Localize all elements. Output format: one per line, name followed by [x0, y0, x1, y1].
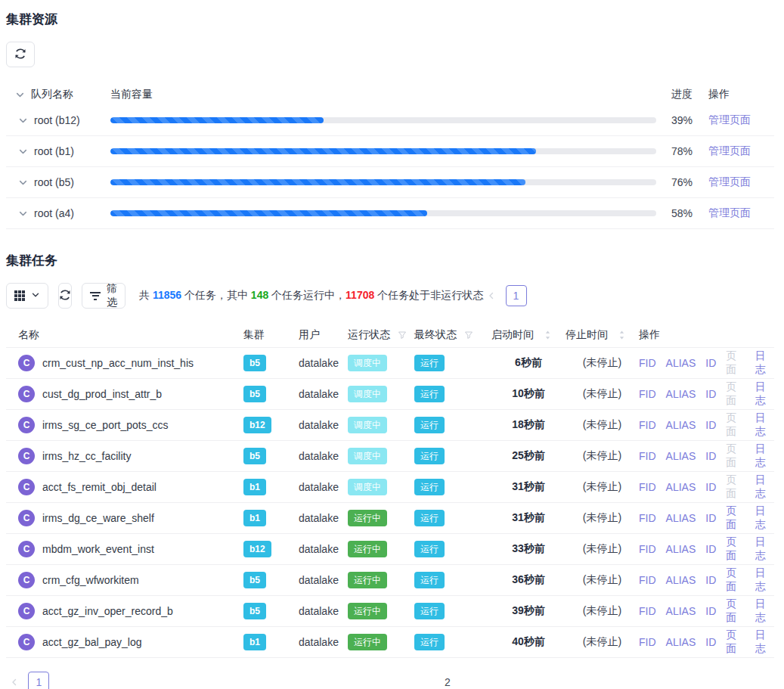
expand-row-chevron-icon[interactable] [18, 178, 28, 188]
resources-title: 集群资源 [6, 11, 774, 28]
layout-menu-button[interactable] [6, 283, 48, 309]
alias-link[interactable]: ALIAS [666, 357, 696, 369]
page-number[interactable]: 1 [28, 672, 49, 689]
id-link[interactable]: ID [705, 574, 716, 586]
log-link[interactable]: 日志 [755, 628, 774, 656]
alias-link[interactable]: ALIAS [666, 481, 696, 493]
page-link[interactable]: 页面 [726, 473, 745, 501]
expand-row-chevron-icon[interactable] [18, 209, 28, 219]
id-link[interactable]: ID [705, 605, 716, 617]
cluster-badge: b1 [243, 510, 266, 526]
capacity-progress-fill [110, 210, 427, 216]
page-link[interactable]: 页面 [726, 628, 745, 656]
filter-icon [90, 292, 101, 300]
filter-button-label: 筛选 [107, 282, 117, 309]
id-link[interactable]: ID [705, 357, 716, 369]
alias-link[interactable]: ALIAS [666, 574, 696, 586]
page-link[interactable]: 页面 [726, 349, 745, 377]
fid-link[interactable]: FID [639, 543, 656, 555]
resources-table-header: 队列名称 当前容量 进度 操作 [6, 84, 774, 105]
task-user: datalake [299, 419, 348, 431]
task-start-time: 25秒前 [491, 449, 566, 463]
tasks-refresh-button[interactable] [58, 283, 72, 309]
task-user: datalake [299, 543, 348, 555]
page-number[interactable]: 2 [533, 285, 784, 306]
page-link[interactable]: 页面 [726, 380, 745, 408]
final-state-badge: 运行 [414, 479, 445, 495]
final-state-badge: 运行 [414, 634, 445, 650]
page-link[interactable]: 页面 [726, 535, 745, 563]
alias-link[interactable]: ALIAS [666, 419, 696, 431]
page-link[interactable]: 页面 [726, 442, 745, 470]
id-link[interactable]: ID [705, 481, 716, 493]
log-link[interactable]: 日志 [755, 473, 774, 501]
page-number[interactable]: 1 [506, 285, 527, 306]
capacity-progress-bar [110, 210, 656, 216]
cluster-badge: b1 [243, 479, 266, 495]
task-stop-time: (未停止) [566, 511, 639, 525]
fid-link[interactable]: FID [639, 357, 656, 369]
fid-link[interactable]: FID [639, 605, 656, 617]
log-link[interactable]: 日志 [755, 442, 774, 470]
page-link[interactable]: 页面 [726, 504, 745, 532]
manage-page-link[interactable]: 管理页面 [708, 113, 751, 126]
prev-page-icon[interactable] [483, 285, 499, 306]
expand-row-chevron-icon[interactable] [18, 116, 28, 126]
alias-link[interactable]: ALIAS [666, 512, 696, 524]
alias-link[interactable]: ALIAS [666, 636, 696, 648]
fid-link[interactable]: FID [639, 450, 656, 462]
expand-row-chevron-icon[interactable] [18, 147, 28, 157]
id-link[interactable]: ID [705, 450, 716, 462]
start-time-sorter-icon[interactable] [544, 330, 551, 340]
cluster-badge: b5 [243, 603, 266, 619]
page: 集群资源 队列名称 当前容量 进度 操作 [0, 0, 784, 689]
page-number[interactable]: 2 [55, 672, 784, 689]
id-link[interactable]: ID [705, 636, 716, 648]
task-stop-time: (未停止) [566, 604, 639, 618]
actions-col-header: 操作 [702, 88, 774, 101]
run-state-filter-icon[interactable] [398, 331, 407, 340]
log-link[interactable]: 日志 [755, 411, 774, 439]
log-link[interactable]: 日志 [755, 504, 774, 532]
stop-time-sorter-icon[interactable] [618, 330, 625, 340]
alias-link[interactable]: ALIAS [666, 605, 696, 617]
summary-part: 个任务运行中， [268, 289, 346, 301]
task-avatar: C [18, 479, 35, 495]
page-link[interactable]: 页面 [726, 411, 745, 439]
grid-icon [14, 290, 25, 301]
alias-link[interactable]: ALIAS [666, 388, 696, 400]
manage-page-link[interactable]: 管理页面 [708, 144, 751, 157]
task-stop-time: (未停止) [566, 542, 639, 556]
run-state-badge: 运行中 [348, 572, 387, 588]
manage-page-link[interactable]: 管理页面 [708, 206, 751, 219]
prev-page-icon[interactable] [6, 672, 22, 689]
fid-link[interactable]: FID [639, 512, 656, 524]
log-link[interactable]: 日志 [755, 349, 774, 377]
log-link[interactable]: 日志 [755, 566, 774, 594]
page-link[interactable]: 页面 [726, 566, 745, 594]
final-state-filter-icon[interactable] [464, 331, 473, 340]
log-link[interactable]: 日志 [755, 535, 774, 563]
id-link[interactable]: ID [705, 419, 716, 431]
fid-link[interactable]: FID [639, 388, 656, 400]
id-link[interactable]: ID [705, 388, 716, 400]
fid-link[interactable]: FID [639, 574, 656, 586]
progress-percent: 39% [665, 114, 702, 126]
alias-link[interactable]: ALIAS [666, 543, 696, 555]
filter-button[interactable]: 筛选 [82, 283, 126, 309]
fid-link[interactable]: FID [639, 419, 656, 431]
task-stop-time: (未停止) [566, 356, 639, 370]
fid-link[interactable]: FID [639, 481, 656, 493]
log-link[interactable]: 日志 [755, 597, 774, 625]
alias-link[interactable]: ALIAS [666, 450, 696, 462]
collapse-all-chevron-icon[interactable] [15, 90, 25, 100]
task-name: irms_dg_ce_ware_shelf [42, 512, 154, 524]
id-link[interactable]: ID [705, 512, 716, 524]
resources-refresh-button[interactable] [6, 42, 35, 67]
log-link[interactable]: 日志 [755, 380, 774, 408]
page-link[interactable]: 页面 [726, 597, 745, 625]
id-link[interactable]: ID [705, 543, 716, 555]
fid-link[interactable]: FID [639, 636, 656, 648]
manage-page-link[interactable]: 管理页面 [708, 175, 751, 188]
task-start-time: 31秒前 [491, 480, 566, 494]
